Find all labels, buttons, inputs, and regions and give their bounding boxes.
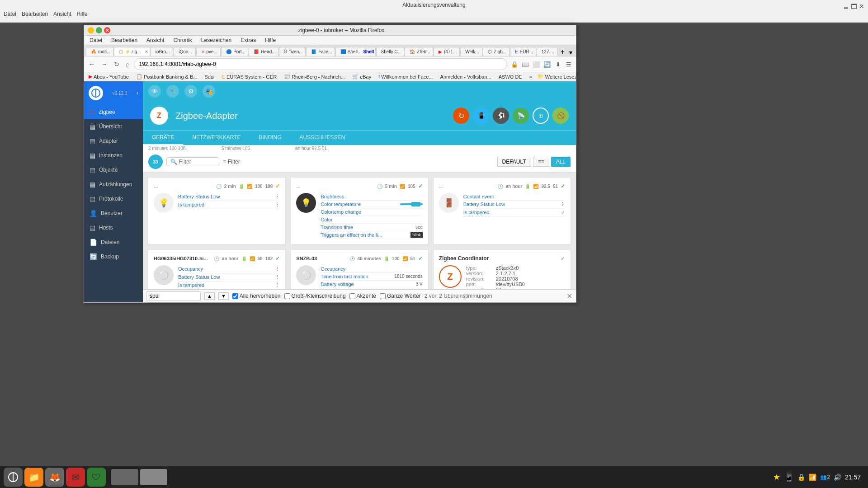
browser-close[interactable]: ✕ xyxy=(104,27,110,33)
menu-ansicht[interactable]: Ansicht xyxy=(53,11,71,17)
network-icon[interactable]: 📶 xyxy=(809,474,816,481)
find-next-btn[interactable]: ▼ xyxy=(218,292,229,300)
wrench-icon[interactable]: 🔧 xyxy=(166,85,179,98)
open-win-1[interactable] xyxy=(111,469,138,485)
mask-icon[interactable]: 🎭 xyxy=(203,85,215,98)
tab-shelly[interactable]: Shelly C... xyxy=(376,47,405,56)
bmenu-lesezeichen[interactable]: Lesezeichen xyxy=(199,37,233,44)
star-icon[interactable]: ★ xyxy=(773,472,780,482)
filter-btn[interactable]: ≡ Filter xyxy=(223,159,240,165)
find-akzente[interactable]: Akzente xyxy=(349,293,376,299)
sidebar-item-hosts[interactable]: ▤ Hosts xyxy=(84,221,143,235)
bmenu-datei[interactable]: Datei xyxy=(88,37,104,44)
tab-welk[interactable]: Welk... xyxy=(460,47,482,56)
tab-face[interactable]: 📘 Face... xyxy=(306,47,335,56)
eye-icon[interactable]: 👁 xyxy=(148,85,161,98)
bmenu-bearbeiten[interactable]: Bearbeiten xyxy=(109,37,139,44)
tab-read[interactable]: 📕 Read... xyxy=(249,47,278,56)
bm-ebay[interactable]: 🛒 eBay xyxy=(350,73,373,80)
forward-btn[interactable]: → xyxy=(99,60,109,69)
sidebar-item-instanzen[interactable]: ▤ Instanzen xyxy=(84,148,143,163)
open-win-2[interactable] xyxy=(140,469,167,485)
tab-iven[interactable]: G "iven... xyxy=(279,47,306,56)
find-prev-btn[interactable]: ▲ xyxy=(204,292,215,300)
filter-input[interactable] xyxy=(179,159,215,165)
blink-btn[interactable]: blink xyxy=(410,232,423,238)
zigbee-refresh-btn[interactable]: ↻ xyxy=(453,108,469,124)
lock-icon-taskbar[interactable]: 🔒 xyxy=(797,474,805,481)
temp-slider[interactable] xyxy=(400,203,423,205)
find-input[interactable] xyxy=(146,291,201,300)
sidebar-item-protokolle[interactable]: ▤ Protokolle xyxy=(84,192,143,206)
bm-weitere[interactable]: 📁 Weitere Lesezeichen xyxy=(536,73,576,80)
shield-icon[interactable]: 🔒 xyxy=(510,60,519,69)
download-icon[interactable]: ⬇ xyxy=(553,60,562,69)
bm-euras[interactable]: E EURAS System - GER xyxy=(220,74,279,80)
tab-iqon[interactable]: iQon... xyxy=(174,47,195,56)
tab-471[interactable]: ▶ (471... xyxy=(434,47,460,56)
taskbar-files-btn[interactable]: 📁 xyxy=(24,468,43,487)
new-tab-btn[interactable]: + xyxy=(559,48,566,56)
refresh-30s-btn[interactable]: 30 xyxy=(148,155,163,169)
find-close-btn[interactable]: ✕ xyxy=(566,292,572,300)
bmenu-hilfe[interactable]: Hilfe xyxy=(263,37,278,44)
pip-icon[interactable]: ⬜ xyxy=(532,60,541,69)
slider-handle[interactable] xyxy=(411,202,420,206)
gear-icon[interactable]: ⚙ xyxy=(184,85,197,98)
bm-youtube[interactable]: ▶ Abos - YouTube xyxy=(87,73,131,80)
tab-pve[interactable]: ✕ pve... xyxy=(196,47,221,56)
bmenu-extras[interactable]: Extras xyxy=(239,37,258,44)
taskbar-mail-btn[interactable]: ✉ xyxy=(66,468,85,487)
sidebar-toggle[interactable]: ‹ xyxy=(137,90,138,96)
sidebar-item-benutzer[interactable]: 👤 Benutzer xyxy=(84,206,143,221)
menu-bearbeiten[interactable]: Bearbeiten xyxy=(22,11,48,17)
bm-sdui[interactable]: Sdui xyxy=(203,74,217,80)
tab-shell[interactable]: 🟦 Shell... Shell xyxy=(335,47,376,56)
menu-datei[interactable]: Datei xyxy=(4,11,16,17)
zigbee-pair-btn[interactable]: 📱 xyxy=(473,108,489,124)
bm-aswo[interactable]: ASWO DE xyxy=(497,74,524,80)
app-close[interactable]: ✕ xyxy=(859,3,864,10)
app-minimize[interactable]: 🗕 xyxy=(843,3,849,10)
find-alle-hervorheben[interactable]: Alle hervorheben xyxy=(232,293,281,299)
tab-netzwerkkarte[interactable]: NETZWERKKARTE xyxy=(183,131,250,145)
tab-zigb2[interactable]: ⬡Zigb... xyxy=(483,47,509,56)
taskbar-browser-btn[interactable]: 🦊 xyxy=(45,468,64,487)
zigbee-settings-btn[interactable]: ⚽ xyxy=(493,108,509,124)
bm-postbank[interactable]: 📋 Postbank Banking & B... xyxy=(134,73,199,80)
view-default-btn[interactable]: DEFAULT xyxy=(497,157,531,167)
tab-port[interactable]: 🔵 Port... xyxy=(221,47,248,56)
tab-geraete[interactable]: GERÄTE xyxy=(143,131,183,145)
browser-minimize[interactable] xyxy=(88,27,94,33)
tab-127[interactable]: 127.... xyxy=(537,47,558,56)
view-list-btn[interactable]: ≡≡ xyxy=(533,157,549,167)
bm-rheinberg[interactable]: 📰 Rhein-Berg - Nachrich... xyxy=(282,73,347,80)
find-ganze-woerter[interactable]: Ganze Wörter xyxy=(380,293,421,299)
zigbee-export-btn[interactable]: ⊞ xyxy=(533,108,549,124)
sidebar-item-aufzaehlungen[interactable]: ▤ Aufzählungen xyxy=(84,177,143,192)
audio-icon[interactable]: 🔊 xyxy=(834,474,841,481)
sidebar-item-zigbee[interactable]: ⬡ Zigbee xyxy=(84,105,143,119)
tab-zigbee[interactable]: ⬡ ⚡ zig... ✕ xyxy=(114,47,150,56)
tab-iobro[interactable]: ioBro... xyxy=(151,47,173,56)
app-maximize[interactable]: 🗖 xyxy=(851,3,857,10)
reload-btn[interactable]: ↻ xyxy=(112,60,121,69)
tab-zbbr[interactable]: 🏠ZbBr... xyxy=(405,47,433,56)
whatsapp-icon[interactable]: 📱 xyxy=(784,472,794,482)
address-bar[interactable] xyxy=(134,58,507,70)
sidebar-item-adapter[interactable]: ▤ Adapter xyxy=(84,134,143,148)
tab-binding[interactable]: BINDING xyxy=(250,131,290,145)
view-all-btn[interactable]: ALL xyxy=(551,157,571,167)
tab-moti[interactable]: 🔥 moti... xyxy=(86,47,113,56)
bmenu-ansicht[interactable]: Ansicht xyxy=(145,37,166,44)
zigbee-info-btn[interactable]: 🚫 xyxy=(552,108,569,124)
bm-facebook[interactable]: f Willkommen bei Face... xyxy=(377,74,434,80)
zigbee-map-btn[interactable]: 📡 xyxy=(513,108,529,124)
sidebar-item-uebersicht[interactable]: ▦ Übersicht xyxy=(84,119,143,134)
tab-eur[interactable]: E EUR... xyxy=(510,47,536,56)
browser-maximize[interactable] xyxy=(96,27,102,33)
tab-close[interactable]: ✕ xyxy=(145,49,148,54)
reader-icon[interactable]: 📖 xyxy=(521,60,530,69)
sync-icon[interactable]: 🔄 xyxy=(542,60,552,69)
bm-more-arrow[interactable]: » xyxy=(529,74,532,80)
